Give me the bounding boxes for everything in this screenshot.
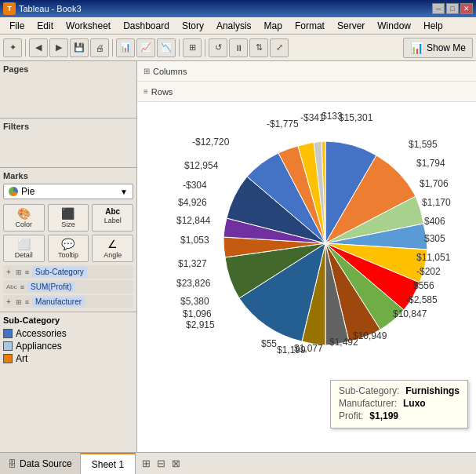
menu-format[interactable]: Format <box>289 19 331 33</box>
minimize-button[interactable]: ─ <box>432 3 445 14</box>
title-bar: T Tableau - Book3 ─ □ ✕ <box>0 0 476 17</box>
menu-file[interactable]: File <box>3 19 31 33</box>
print-button[interactable]: 🖨 <box>90 38 109 57</box>
pause-button[interactable]: ⏸ <box>229 38 248 57</box>
columns-shelf[interactable]: ⊞ Columns <box>137 61 476 82</box>
separator-1 <box>25 39 26 57</box>
window-title: Tableau - Book3 <box>19 4 82 13</box>
rows-shelf[interactable]: ≡ Rows <box>137 82 476 102</box>
svg-text:-$12,720: -$12,720 <box>192 137 230 148</box>
grid-icon-3: ⊞ <box>16 298 22 306</box>
fit-button[interactable]: ⤢ <box>270 38 289 57</box>
app-icon: T <box>3 2 16 15</box>
marks-row-type-3: ≡ <box>25 298 29 306</box>
menu-worksheet[interactable]: Worksheet <box>60 19 117 33</box>
chart-button-2[interactable]: 📈 <box>136 38 155 57</box>
size-button[interactable]: ⬛ Size <box>48 204 89 232</box>
svg-text:$305: $305 <box>424 233 445 244</box>
bar-chart-button[interactable]: 📊 <box>116 38 135 57</box>
forward-button[interactable]: ▶ <box>49 38 68 57</box>
svg-text:$1,794: $1,794 <box>416 158 445 169</box>
menu-server[interactable]: Server <box>331 19 371 33</box>
color-icon: 🎨 <box>17 207 31 220</box>
svg-text:$1,199: $1,199 <box>277 345 306 356</box>
size-label: Size <box>61 221 75 228</box>
new-worksheet-icon[interactable]: ⊞ <box>142 458 151 469</box>
pages-content <box>3 75 133 115</box>
tooltip-subcategory-value: Furnishings <box>405 385 460 396</box>
label-button[interactable]: Abc Label <box>92 204 133 232</box>
cylinder-icon: 🗄 <box>8 459 16 469</box>
size-icon: ⬛ <box>61 207 74 220</box>
refresh-button[interactable]: ↺ <box>209 38 227 57</box>
angle-label: Angle <box>104 251 122 259</box>
close-button[interactable]: ✕ <box>460 3 473 14</box>
menu-window[interactable]: Window <box>371 19 417 33</box>
list-item: Appliances <box>3 341 133 352</box>
list-item: Accessories <box>3 328 133 339</box>
marks-row-subcategory[interactable]: + ⊞ ≡ Sub-Category <box>3 265 133 279</box>
marks-row-profit[interactable]: Abc ≡ SUM(Profit) <box>3 280 133 294</box>
new-dashboard-icon[interactable]: ⊟ <box>157 458 165 469</box>
color-swatch-art <box>3 354 13 363</box>
svg-text:$1,053: $1,053 <box>180 235 209 246</box>
sort-button[interactable]: ⇅ <box>249 38 268 57</box>
columns-label: Columns <box>153 67 187 76</box>
marks-type-label: Pie <box>21 186 35 197</box>
sub-cat-label-art: Art <box>16 353 27 364</box>
svg-text:$1,170: $1,170 <box>422 197 451 208</box>
menu-edit[interactable]: Edit <box>31 19 60 33</box>
sheet-1-tab[interactable]: Sheet 1 <box>81 453 136 474</box>
show-me-button[interactable]: 📊 Show Me <box>403 38 473 58</box>
columns-icon: ⊞ <box>144 67 150 75</box>
pie-chart: -$12,720 $12,954 -$304 $4,926 $12,844 $1… <box>176 110 474 377</box>
svg-text:$556: $556 <box>413 280 434 291</box>
color-swatch-appliances <box>3 341 13 351</box>
svg-text:$5,380: $5,380 <box>180 296 209 307</box>
label-icon: Abc <box>105 207 120 216</box>
toolbar: ✦ ◀ ▶ 💾 🖨 📊 📈 📉 ⊞ ↺ ⏸ ⇅ ⤢ 📊 Show Me <box>0 35 476 61</box>
color-button[interactable]: 🎨 Color <box>3 204 45 232</box>
plus-icon-1: + <box>6 268 11 276</box>
svg-text:$1,706: $1,706 <box>420 178 449 189</box>
menu-story[interactable]: Story <box>176 19 210 33</box>
tooltip-subcategory-row: Sub-Category: Furnishings <box>339 385 460 396</box>
marks-row-type-2: ≡ <box>20 283 24 291</box>
menu-help[interactable]: Help <box>417 19 449 33</box>
menu-analysis[interactable]: Analysis <box>210 19 258 33</box>
menu-map[interactable]: Map <box>258 19 289 33</box>
svg-text:$12,954: $12,954 <box>184 160 219 171</box>
tooltip-manufacturer-key: Manufacturer: <box>339 398 397 409</box>
angle-button[interactable]: ∠ Angle <box>92 235 133 262</box>
tooltip-manufacturer-row: Manufacturer: Luxo <box>339 398 460 409</box>
back-button[interactable]: ◀ <box>29 38 48 57</box>
tooltip-button[interactable]: 💬 Tooltip <box>48 235 89 262</box>
tooltip-label: Tooltip <box>58 251 78 259</box>
left-panel: Pages Filters Marks Pie ▼ 🎨 Color <box>0 61 137 452</box>
chart-button-3[interactable]: 📉 <box>157 38 176 57</box>
save-button[interactable]: 💾 <box>70 38 89 57</box>
list-item: Art <box>3 353 133 364</box>
new-button[interactable]: ✦ <box>3 38 22 57</box>
maximize-button[interactable]: □ <box>446 3 459 14</box>
marks-type-dropdown[interactable]: Pie ▼ <box>3 184 133 199</box>
sheet-tab-icons: ⊞ ⊟ ⊠ <box>142 458 180 469</box>
svg-text:$11,051: $11,051 <box>416 252 451 263</box>
sub-cat-label-accessories: Accessories <box>16 328 67 339</box>
svg-text:$55: $55 <box>261 338 277 349</box>
sheet-1-label: Sheet 1 <box>92 459 124 470</box>
new-story-icon[interactable]: ⊠ <box>172 458 180 469</box>
dropdown-chevron-icon: ▼ <box>120 188 128 196</box>
angle-icon: ∠ <box>107 238 118 250</box>
menu-dashboard[interactable]: Dashboard <box>117 19 176 33</box>
svg-text:$23,826: $23,826 <box>176 278 211 289</box>
detail-button[interactable]: ⬜ Detail <box>3 235 45 262</box>
data-source-label: Data Source <box>20 458 72 469</box>
marks-button[interactable]: ⊞ <box>183 38 202 57</box>
main-area: Pages Filters Marks Pie ▼ 🎨 Color <box>0 61 476 452</box>
svg-text:-$1,775: -$1,775 <box>267 118 299 129</box>
data-source-tab[interactable]: 🗄 Data Source <box>0 453 81 474</box>
marks-row-manufacturer[interactable]: + ⊞ ≡ Manufacturer <box>3 295 133 308</box>
separator-3 <box>179 39 180 57</box>
tooltip-manufacturer-value: Luxo <box>403 398 426 409</box>
